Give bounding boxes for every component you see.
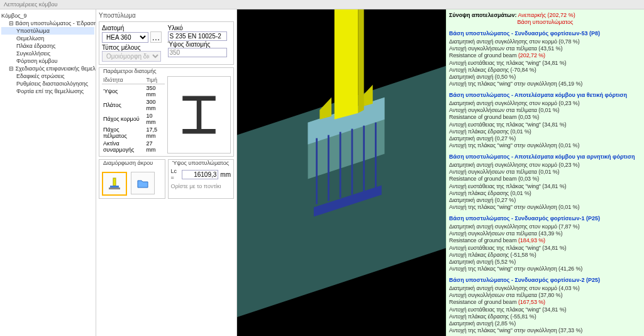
summary-status: Ανεπαρκής (202,72 %) — [518, 12, 575, 18]
result-line: Resistance of ground beam (0,03 %) — [449, 176, 641, 182]
end-config-label: Διαμόρφωση άκρου — [103, 160, 162, 166]
result-line: Αντοχή της πλάκας "wing" στην συγκόλληση… — [449, 266, 641, 272]
result-line: Resistance of ground beam (202,72 %) — [449, 52, 641, 59]
result-line: Διατμητική αντοχή (0,27 %) — [449, 197, 641, 204]
result-line: Αντοχή ευστάθειας της πλάκας "wing" (34,… — [449, 60, 641, 67]
lc-unit: mm — [220, 171, 231, 178]
result-line: Αντοχή συγκολλήσεων στα πέλματα (0,01 %) — [449, 107, 641, 114]
params-table: Ιδιότητα Τιμή Ύψος350 mmΠλάτος300 mmΠάχο… — [102, 76, 165, 154]
result-line: Αντοχή πλάκας έδρασης (-70,84 %) — [449, 67, 641, 74]
params-hdr-prop: Ιδιότητα — [102, 76, 145, 84]
panel-title: Υποστύλωμα — [99, 12, 234, 19]
result-line: Αντοχή συγκολλήσεων στα πέλματα (43,39 %… — [449, 230, 641, 237]
result-section-link[interactable]: Βάση υποστυλώματος - Συνδυασμός φορτίσεω… — [449, 215, 641, 222]
result-line: Διατμητική αντοχή συγκόλλησης στον κορμό… — [449, 285, 641, 292]
result-line: Αντοχή συγκολλήσεων στα πέλματα (43,51 %… — [449, 45, 641, 52]
result-line: Αντοχή πλάκας έδρασης (-51,58 %) — [449, 252, 641, 259]
material-label: Υλικό — [168, 25, 183, 31]
tree-item-foundation[interactable]: Θεμελίωση — [1, 35, 94, 42]
tree-item-floads[interactable]: Φορτία επί της θεμελίωσης — [1, 87, 94, 95]
3d-viewport[interactable] — [237, 9, 446, 336]
svg-marker-20 — [358, 9, 364, 113]
result-line: Διατμητική αντοχή (5,52 %) — [449, 259, 641, 266]
result-line: Διατμητική αντοχή συγκόλλησης στον κορμό… — [449, 162, 641, 169]
result-section-link[interactable]: Βάση υποστυλώματος - Αποτελέσματα κόμβου… — [449, 92, 641, 99]
param-row: Πάχος κορμού10 mm — [102, 112, 165, 126]
summary-line: Σύνοψη αποτελεσμάτων: Ανεπαρκής (202,72 … — [449, 12, 641, 19]
param-row: Πλάτος300 mm — [102, 98, 165, 112]
tree-root[interactable]: Κόμβος_9 — [1, 12, 94, 20]
tree-item-column[interactable]: Υποστύλωμα — [1, 27, 94, 35]
result-line: Αντοχή ευστάθειας της πλάκας "wing" (34,… — [449, 121, 641, 128]
material-field — [168, 31, 227, 41]
section-select[interactable]: HEA 360 — [102, 32, 148, 43]
result-line: Αντοχή της πλάκας "wing" στην συγκόλληση… — [449, 142, 641, 149]
tree-item-baseplate[interactable]: Πλάκα έδρασης — [1, 42, 94, 50]
result-line: Διατμητική αντοχή συγκόλλησης στον κορμό… — [449, 100, 641, 107]
section-label: Διατομή — [102, 25, 124, 31]
section-height-field — [168, 48, 227, 57]
title-bar: Λεπτομέρειες κόμβου — [0, 0, 644, 9]
folder-icon — [136, 176, 150, 190]
result-line: Resistance of ground beam (0,03 %) — [449, 114, 641, 121]
svg-rect-2 — [182, 129, 216, 134]
result-line: Διατμητική αντοχή (0,50 %) — [449, 74, 641, 81]
svg-rect-5 — [109, 188, 120, 189]
end-config-option-1[interactable] — [102, 172, 127, 196]
tree-item-loads[interactable]: Φόρτιση κόμβου — [1, 57, 94, 65]
result-line: Αντοχή της πλάκας "wing" στην συγκόλληση… — [449, 327, 641, 334]
tree-node-design[interactable]: ⊟ Σχεδιασμός επιφανειακής θεμελίωσης — [1, 65, 94, 72]
section-browse-button[interactable]: … — [150, 31, 162, 43]
properties-panel: Υποστύλωμα Διατομή HEA 360 … Τύπος μέλου… — [96, 9, 237, 336]
column-height-label: Ύψος υποστυλώματος — [172, 160, 231, 166]
params-title: Παράμετροι διατομής — [103, 68, 231, 74]
result-line: Αντοχή πλάκας έδρασης (-55,81 %) — [449, 313, 641, 320]
svg-rect-0 — [182, 96, 216, 101]
param-row: Πάχος πέλματος17,5 mm — [102, 126, 165, 140]
svg-rect-1 — [197, 101, 202, 129]
result-line: Αντοχή συγκολλήσεων στα πέλματα (37,80 %… — [449, 292, 641, 299]
member-type-select: Ομοιόμορφη διατομή — [102, 51, 161, 62]
result-line: Διατμητική αντοχή (2,85 %) — [449, 320, 641, 327]
params-group: Παράμετροι διατομής Ιδιότητα Τιμή Ύψος35… — [99, 67, 234, 157]
results-panel[interactable]: Σύνοψη αποτελεσμάτων: Ανεπαρκής (202,72 … — [446, 9, 644, 336]
result-line: Resistance of ground beam (167,53 %) — [449, 299, 641, 306]
result-line: Αντοχή ευστάθειας της πλάκας "wing" (34,… — [449, 183, 641, 190]
result-section-link[interactable]: Βάση υποστυλώματος - Συνδυασμός φορτίσεω… — [449, 277, 641, 284]
lc-label: Lc = — [171, 168, 180, 181]
member-type-label: Τύπος μέλους — [102, 44, 141, 51]
result-line: Αντοχή συγκολλήσεων στα πέλματα (0,01 %) — [449, 169, 641, 176]
svg-marker-19 — [335, 9, 358, 120]
result-line: Αντοχή της πλάκας "wing" στην συγκόλληση… — [449, 81, 641, 87]
viewport-scene — [237, 9, 446, 336]
profile-icon — [175, 91, 223, 138]
tree-item-soil[interactable]: Εδαφικές στρώσεις — [1, 72, 94, 80]
tree-item-dsettings[interactable]: Ρυθμίσεις διαστασιολόγησης — [1, 80, 94, 87]
column-base-icon — [108, 177, 121, 191]
lc-input[interactable] — [182, 170, 218, 179]
param-row: Ύψος350 mm — [102, 84, 165, 99]
result-line: Αντοχή ευστάθειας της πλάκας "wing" (34,… — [449, 245, 641, 252]
svg-rect-4 — [110, 186, 119, 188]
nav-tree[interactable]: Κόμβος_9 ⊟ Βάση υποστυλώματος - Έδραση υ… — [0, 9, 96, 336]
result-line: Αντοχή πλάκας έδρασης (0,01 %) — [449, 128, 641, 135]
tree-item-welds[interactable]: Συγκολλήσεις — [1, 50, 94, 57]
param-row: Ακτίνα συναρμογής27 mm — [102, 140, 165, 154]
result-line: Διατμητική αντοχή συγκόλλησης στον κορμό… — [449, 38, 641, 45]
result-section-link[interactable]: Βάση υποστυλώματος - Συνδυασμός φορτίσεω… — [449, 30, 641, 37]
result-line: Διατμητική αντοχή (0,27 %) — [449, 135, 641, 142]
result-section-link[interactable]: Βάση υποστυλώματος - Αποτελέσματα κόμβου… — [449, 154, 641, 160]
result-line: Αντοχή πλάκας έδρασης (0,01 %) — [449, 190, 641, 197]
tree-node-base[interactable]: ⊟ Βάση υποστυλώματος - Έδραση υποστυλώμα… — [1, 20, 94, 27]
end-config-option-2[interactable] — [131, 172, 155, 194]
params-hdr-val: Τιμή — [145, 76, 165, 84]
summary-sub: Βάση υποστυλώματος — [449, 19, 641, 26]
section-group: Διατομή HEA 360 … Τύπος μέλους Ομοιόμορφ… — [99, 21, 234, 65]
result-line: Resistance of ground beam (184,93 %) — [449, 237, 641, 244]
result-line: Διατμητική αντοχή συγκόλλησης στον κορμό… — [449, 223, 641, 230]
section-height-label: Ύψος διατομής — [168, 41, 211, 48]
result-line: Αντοχή ευστάθειας της πλάκας "wing" (34,… — [449, 306, 641, 313]
svg-rect-3 — [113, 178, 116, 186]
result-line: Αντοχή της πλάκας "wing" στην συγκόλληση… — [449, 204, 641, 211]
mouse-hint[interactable]: Ορίστε με το ποντίκι — [171, 183, 231, 189]
